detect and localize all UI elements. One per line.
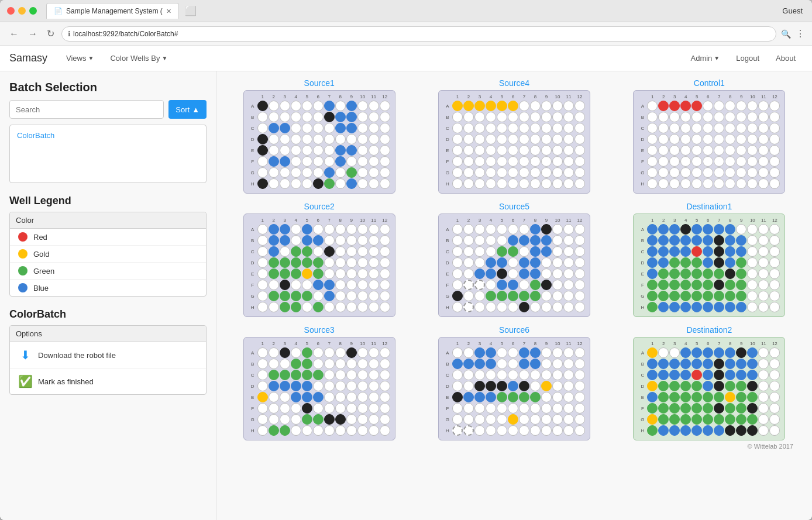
well [508, 403, 518, 414]
well [658, 167, 669, 178]
well [736, 291, 746, 301]
well [324, 414, 335, 425]
well [541, 291, 552, 301]
close-button[interactable] [7, 7, 15, 15]
well [769, 134, 780, 144]
well [269, 425, 279, 436]
col-label: 2 [658, 94, 669, 99]
search-icon[interactable]: 🔍 [781, 29, 791, 39]
mark-finished-option[interactable]: ✅ Mark as finished [10, 369, 206, 394]
well [714, 392, 724, 402]
well [747, 302, 758, 312]
well [452, 145, 463, 156]
col-label: 8 [530, 341, 541, 346]
well [519, 123, 529, 133]
download-robot-option[interactable]: ⬇ Download the robot file [10, 342, 206, 369]
well [714, 425, 724, 436]
col-label: 10 [747, 341, 758, 346]
plate-container-destination2: Destination2123456789101112ABCDEFGH [616, 325, 803, 440]
nav-item-colorwells[interactable]: Color Wells By ▼ [103, 49, 174, 67]
sort-button[interactable]: Sort ▲ [168, 100, 207, 119]
nav-item-about[interactable]: About [769, 49, 803, 67]
well [313, 257, 324, 268]
new-tab-button[interactable]: ⬜ [181, 5, 200, 16]
nav-item-views[interactable]: Views ▼ [59, 49, 101, 67]
col-label: 11 [563, 218, 574, 223]
well [280, 134, 290, 144]
well [302, 224, 312, 235]
well [486, 101, 496, 111]
well [335, 291, 346, 301]
well [658, 280, 669, 290]
well [563, 123, 574, 133]
search-input[interactable] [9, 100, 164, 119]
col-label: 2 [269, 341, 279, 346]
batch-item-colorbatch[interactable]: ColorBatch [12, 128, 204, 143]
col-label: 1 [257, 94, 268, 99]
well [552, 359, 563, 369]
well [758, 280, 769, 290]
well [519, 425, 529, 436]
well [269, 392, 279, 402]
well [758, 359, 769, 369]
well [574, 112, 585, 122]
well [669, 347, 680, 358]
col-label: 4 [291, 341, 301, 346]
info-icon: ℹ [68, 30, 71, 38]
well [552, 347, 563, 358]
col-label: 10 [552, 341, 563, 346]
well [725, 167, 735, 178]
row-label: G [638, 294, 646, 299]
well [369, 347, 379, 358]
menu-icon[interactable]: ⋮ [796, 28, 805, 39]
well [530, 425, 541, 436]
brand-logo: Samasy [9, 52, 47, 64]
well [269, 257, 279, 268]
well [658, 145, 669, 156]
well [291, 167, 301, 178]
well [257, 235, 268, 246]
browser-tab[interactable]: 📄 Sample Management System ( ✕ [46, 3, 179, 19]
well [324, 381, 335, 391]
well [280, 167, 290, 178]
well [452, 224, 463, 235]
nav-item-admin[interactable]: Admin ▼ [683, 49, 727, 67]
nav-item-logout[interactable]: Logout [729, 49, 766, 67]
legend-item-green: Green [10, 263, 206, 280]
well [380, 224, 390, 235]
minimize-button[interactable] [18, 7, 26, 15]
address-input[interactable]: ℹ localhost:9292/batch/ColorBatch# [61, 26, 776, 42]
forward-button[interactable]: → [26, 26, 40, 42]
plate-title-source4: Source4 [499, 78, 529, 88]
well [647, 123, 658, 133]
reload-button[interactable]: ↻ [44, 26, 57, 42]
maximize-button[interactable] [29, 7, 37, 15]
well [703, 224, 713, 235]
well [269, 156, 279, 167]
row-label: A [249, 104, 257, 109]
well [658, 359, 669, 369]
row-label: A [443, 104, 452, 109]
well [302, 280, 312, 290]
well [541, 156, 552, 167]
well [714, 302, 724, 312]
back-button[interactable]: ← [7, 26, 21, 42]
well [369, 178, 379, 189]
well [474, 257, 485, 268]
well [452, 134, 463, 144]
well [346, 291, 357, 301]
well [335, 414, 346, 425]
well [647, 101, 658, 111]
tab-close-icon[interactable]: ✕ [166, 8, 171, 15]
well [291, 403, 301, 414]
plate-control1: 123456789101112ABCDEFGH [633, 90, 785, 194]
well [257, 145, 268, 156]
well [552, 280, 563, 290]
col-label: 3 [474, 341, 485, 346]
well [519, 359, 529, 369]
well [346, 257, 357, 268]
well [541, 268, 552, 279]
well [680, 381, 691, 391]
row-label: C [638, 249, 646, 254]
well [369, 134, 379, 144]
